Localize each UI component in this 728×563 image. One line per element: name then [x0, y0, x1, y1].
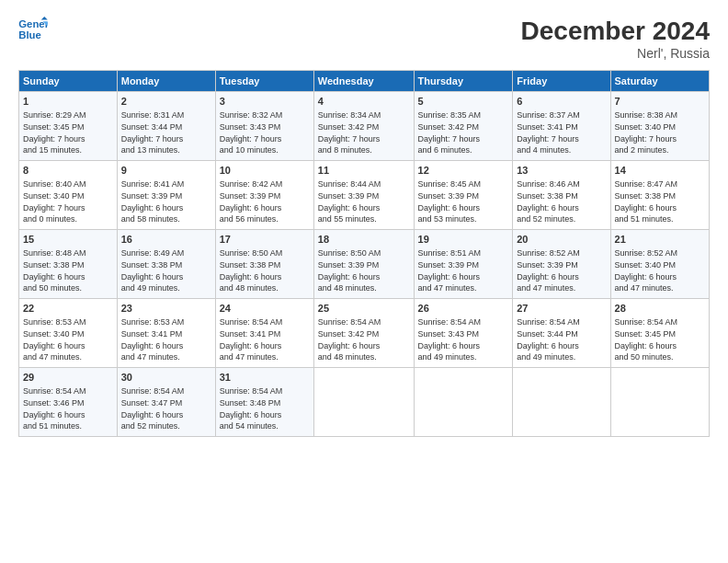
calendar-cell: 24Sunrise: 8:54 AMSunset: 3:41 PMDayligh…: [215, 299, 313, 368]
day-number: 16: [121, 233, 211, 247]
day-info: Sunset: 3:42 PM: [318, 328, 410, 340]
day-info: and 56 minutes.: [220, 213, 310, 225]
day-info: Sunrise: 8:29 AM: [23, 109, 113, 121]
day-info: Sunrise: 8:34 AM: [318, 109, 410, 121]
day-info: and 48 minutes.: [318, 282, 410, 294]
day-info: and 47 minutes.: [418, 282, 509, 294]
day-info: Sunset: 3:43 PM: [418, 328, 509, 340]
day-info: Daylight: 7 hours: [23, 133, 113, 145]
calendar-cell: 13Sunrise: 8:46 AMSunset: 3:38 PMDayligh…: [513, 161, 610, 230]
calendar-cell: [513, 368, 610, 437]
day-info: and 51 minutes.: [23, 420, 113, 432]
calendar-cell: 7Sunrise: 8:38 AMSunset: 3:40 PMDaylight…: [610, 92, 709, 161]
day-info: Sunset: 3:38 PM: [23, 259, 113, 271]
svg-text:Blue: Blue: [18, 29, 41, 40]
day-info: Sunrise: 8:31 AM: [121, 109, 211, 121]
day-number: 11: [318, 164, 410, 178]
calendar-cell: 3Sunrise: 8:32 AMSunset: 3:43 PMDaylight…: [215, 92, 313, 161]
day-info: Sunset: 3:39 PM: [121, 190, 211, 202]
day-info: and 6 minutes.: [418, 144, 509, 156]
calendar-week-3: 15Sunrise: 8:48 AMSunset: 3:38 PMDayligh…: [19, 230, 710, 299]
col-tuesday: Tuesday: [215, 71, 313, 92]
day-info: Daylight: 6 hours: [418, 340, 509, 352]
day-info: Daylight: 7 hours: [318, 133, 410, 145]
calendar-cell: 1Sunrise: 8:29 AMSunset: 3:45 PMDaylight…: [19, 92, 118, 161]
logo: General Blue: [18, 17, 48, 42]
day-info: Daylight: 6 hours: [121, 202, 211, 214]
day-number: 7: [615, 95, 705, 109]
day-number: 4: [318, 95, 410, 109]
day-info: Sunset: 3:46 PM: [23, 397, 113, 409]
calendar-cell: 12Sunrise: 8:45 AMSunset: 3:39 PMDayligh…: [414, 161, 513, 230]
day-info: Sunset: 3:47 PM: [121, 397, 211, 409]
calendar-cell: 22Sunrise: 8:53 AMSunset: 3:40 PMDayligh…: [19, 299, 118, 368]
day-info: Sunset: 3:42 PM: [318, 121, 410, 133]
day-info: Daylight: 6 hours: [517, 271, 606, 283]
day-number: 21: [615, 233, 705, 247]
day-info: Sunrise: 8:38 AM: [615, 109, 705, 121]
day-info: and 47 minutes.: [220, 351, 310, 363]
day-info: and 47 minutes.: [121, 351, 211, 363]
day-number: 1: [23, 95, 113, 109]
day-number: 24: [220, 302, 310, 316]
calendar-cell: 11Sunrise: 8:44 AMSunset: 3:39 PMDayligh…: [313, 161, 414, 230]
day-number: 30: [121, 371, 211, 385]
calendar-cell: 18Sunrise: 8:50 AMSunset: 3:39 PMDayligh…: [313, 230, 414, 299]
day-info: Sunset: 3:38 PM: [517, 190, 606, 202]
calendar-cell: 29Sunrise: 8:54 AMSunset: 3:46 PMDayligh…: [19, 368, 118, 437]
day-info: Sunset: 3:41 PM: [220, 328, 310, 340]
day-info: and 49 minutes.: [517, 351, 606, 363]
calendar-cell: [414, 368, 513, 437]
day-number: 5: [418, 95, 509, 109]
day-info: Sunrise: 8:54 AM: [418, 316, 509, 328]
calendar-cell: 9Sunrise: 8:41 AMSunset: 3:39 PMDaylight…: [117, 161, 215, 230]
day-info: Daylight: 6 hours: [615, 340, 705, 352]
calendar-table: Sunday Monday Tuesday Wednesday Thursday…: [18, 70, 710, 437]
day-info: Sunset: 3:40 PM: [23, 190, 113, 202]
day-info: Sunset: 3:38 PM: [121, 259, 211, 271]
day-info: Daylight: 7 hours: [23, 202, 113, 214]
calendar-week-2: 8Sunrise: 8:40 AMSunset: 3:40 PMDaylight…: [19, 161, 710, 230]
day-info: and 2 minutes.: [615, 144, 705, 156]
day-number: 27: [517, 302, 606, 316]
day-info: Daylight: 7 hours: [615, 133, 705, 145]
day-info: Daylight: 6 hours: [121, 409, 211, 421]
calendar-cell: [610, 368, 709, 437]
day-number: 2: [121, 95, 211, 109]
day-info: Sunrise: 8:42 AM: [220, 178, 310, 190]
day-info: Sunset: 3:44 PM: [121, 121, 211, 133]
day-info: Sunrise: 8:47 AM: [615, 178, 705, 190]
day-number: 18: [318, 233, 410, 247]
day-info: Daylight: 7 hours: [121, 133, 211, 145]
calendar-subtitle: Nerl', Russia: [521, 46, 710, 61]
day-info: Sunset: 3:40 PM: [615, 259, 705, 271]
day-info: Daylight: 6 hours: [517, 340, 606, 352]
day-info: and 51 minutes.: [615, 213, 705, 225]
day-info: Daylight: 6 hours: [23, 340, 113, 352]
day-info: and 48 minutes.: [318, 351, 410, 363]
day-number: 3: [220, 95, 310, 109]
col-sunday: Sunday: [19, 71, 118, 92]
day-info: Sunrise: 8:45 AM: [418, 178, 509, 190]
day-info: Daylight: 6 hours: [318, 340, 410, 352]
day-info: Sunrise: 8:46 AM: [517, 178, 606, 190]
day-info: Daylight: 6 hours: [23, 271, 113, 283]
day-info: Sunset: 3:39 PM: [318, 190, 410, 202]
day-info: and 0 minutes.: [23, 213, 113, 225]
day-info: Sunset: 3:40 PM: [23, 328, 113, 340]
calendar-cell: 31Sunrise: 8:54 AMSunset: 3:48 PMDayligh…: [215, 368, 313, 437]
day-info: Sunrise: 8:32 AM: [220, 109, 310, 121]
day-info: Sunrise: 8:40 AM: [23, 178, 113, 190]
day-number: 17: [220, 233, 310, 247]
calendar-page: General Blue December 2024 Nerl', Russia…: [0, 0, 728, 563]
day-info: and 49 minutes.: [121, 282, 211, 294]
day-info: Sunrise: 8:54 AM: [615, 316, 705, 328]
day-info: and 50 minutes.: [615, 351, 705, 363]
day-info: and 48 minutes.: [220, 282, 310, 294]
day-number: 23: [121, 302, 211, 316]
day-info: Daylight: 6 hours: [318, 271, 410, 283]
day-info: Sunset: 3:45 PM: [23, 121, 113, 133]
day-info: Sunrise: 8:54 AM: [517, 316, 606, 328]
day-number: 14: [615, 164, 705, 178]
day-info: Daylight: 6 hours: [418, 271, 509, 283]
